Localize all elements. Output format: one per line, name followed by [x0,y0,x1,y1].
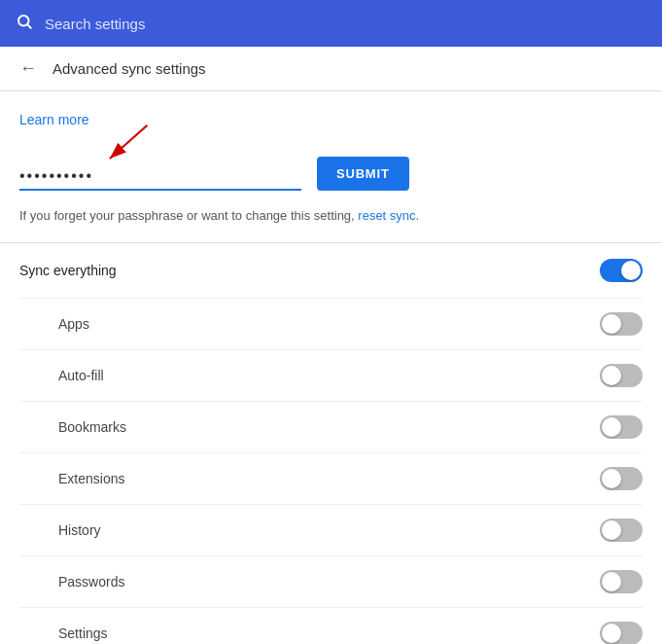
apps-toggle[interactable] [600,312,643,336]
page-header: ← Advanced sync settings [0,47,662,91]
toggle-thumb-bookmarks [602,417,621,437]
learn-more-link[interactable]: Learn more [19,112,89,127]
forget-passphrase-text: If you forget your passphrase or want to… [19,208,643,223]
toggle-thumb-history [602,520,621,540]
autofill-toggle[interactable] [600,364,643,387]
forget-text-prefix: If you forget your passphrase or want to… [19,208,355,223]
extensions-row: Extensions [19,453,643,505]
passwords-toggle[interactable] [600,570,643,593]
reset-sync-link[interactable]: reset sync. [358,208,419,223]
toggle-track-settings [600,622,643,644]
toggle-track-passwords [600,570,643,593]
search-input[interactable] [45,16,646,32]
apps-label: Apps [58,316,89,332]
toggle-track-autofill [600,364,643,387]
history-row: History [19,505,643,556]
extensions-label: Extensions [58,471,124,486]
search-icon [16,13,33,35]
sync-everything-row: Sync everything [19,243,643,299]
autofill-row: Auto-fill [19,350,643,402]
bookmarks-label: Bookmarks [58,419,126,435]
passphrase-section: SUBMIT [19,157,643,191]
passphrase-input-wrapper [19,167,301,191]
toggle-track-on [600,259,643,282]
bookmarks-toggle[interactable] [600,415,643,439]
history-label: History [58,522,101,538]
extensions-toggle[interactable] [600,467,643,490]
submit-button[interactable]: SUBMIT [317,157,409,191]
autofill-label: Auto-fill [58,368,104,383]
svg-line-1 [27,24,30,27]
toggle-thumb-autofill [602,366,621,385]
history-toggle[interactable] [600,519,643,542]
settings-row: Settings [19,608,643,644]
apps-row: Apps [19,299,643,350]
back-button[interactable]: ← [19,58,37,79]
toggle-track-apps [600,312,643,336]
toggle-track-history [600,519,643,542]
passwords-label: Passwords [58,574,124,590]
sync-everything-toggle[interactable] [600,259,643,282]
bookmarks-row: Bookmarks [19,402,643,453]
passphrase-input[interactable] [19,167,301,185]
toggle-thumb [621,261,641,280]
settings-toggle[interactable] [600,622,643,644]
page-title: Advanced sync settings [52,60,206,77]
toggle-thumb-settings [602,624,621,643]
passwords-row: Passwords [19,556,643,608]
toggle-thumb-extensions [602,469,621,488]
toggle-track-extensions [600,467,643,490]
svg-line-3 [110,125,148,159]
settings-label: Settings [58,626,108,641]
search-bar [0,0,662,47]
toggle-thumb-passwords [602,572,621,591]
toggle-thumb-apps [602,314,621,334]
arrow-annotation [97,120,156,168]
sync-everything-label: Sync everything [19,263,117,278]
toggle-track-bookmarks [600,415,643,439]
main-content: Learn more SUBMIT If you forget your pas… [0,91,662,644]
